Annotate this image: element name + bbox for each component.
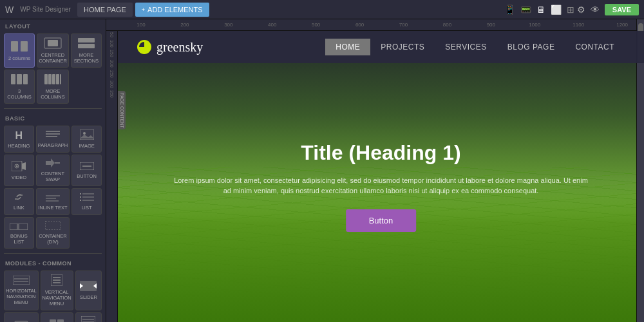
hero-text: Lorem ipsum dolor sit amet, consectetur … [171,175,592,196]
image-label: IMAGE [79,143,95,149]
more-sections-icon [77,37,95,51]
monitor-icon[interactable]: 🖥 [536,5,545,15]
centered-container-item[interactable]: CENTRED CONTAINER [37,33,69,68]
link-icon [12,193,26,204]
contact-form-icon [81,316,95,322]
ruler-top: 100 200 300 400 500 600 700 800 900 1000… [106,19,644,31]
more-sections-label: MORE SECTIONS [73,52,100,64]
carousel-icon [13,320,30,323]
basic-grid: H HEADING PARAGRAPH IMAGE VIDEO [0,124,106,251]
video-label: VIDEO [12,175,26,180]
horiz-nav-icon [13,276,30,287]
paragraph-item[interactable]: PARAGRAPH [36,126,70,153]
page-handle[interactable]: PAGE CONTENT [118,91,126,129]
hero-content: Title (Heading 1) Lorem ipsum dolor sit … [171,141,592,232]
inline-text-icon [46,193,60,204]
svg-marker-20 [22,162,26,170]
container-label: CONTAINER (DIV) [38,233,68,245]
content-swap-item[interactable]: CONTENT SWAP [36,155,70,186]
handle-label: PAGE CONTENT [120,93,124,128]
paragraph-icon [46,130,60,141]
svg-rect-8 [23,74,28,84]
bonus-list-label: BONUS LIST [6,233,32,245]
site-nav: greensky HOME PROJECTS SERVICES BLOG PAG… [118,31,644,63]
add-elements-tab[interactable]: + ADD ELEMENTS [135,3,209,17]
nav-contact[interactable]: CONTACT [565,39,625,55]
nav-services[interactable]: SERVICES [435,39,497,55]
top-bar: W WP Site Designer HOME PAGE + ADD ELEME… [0,0,644,19]
heading-item[interactable]: H HEADING [4,126,34,153]
logo-circle [137,40,151,54]
nav-projects[interactable]: PROJECTS [370,39,435,55]
basic-section-label: BASIC [0,111,106,124]
svg-rect-52 [50,319,56,323]
nav-home[interactable]: HOME [325,39,370,55]
vert-nav-item[interactable]: VERTICAL NAVIGATION MENU [41,270,73,310]
wp-icon: ⚙ [577,5,585,15]
paragraph-label: PARAGRAPH [38,142,68,148]
hero-button[interactable]: Button [346,209,417,232]
nav-links: HOME PROJECTS SERVICES BLOG PAGE CONTACT [325,39,625,55]
inline-text-item[interactable]: INLINE TEXT [36,188,70,215]
slider-item[interactable]: SLIDER [75,270,102,310]
app-title: WP Site Designer [20,6,71,13]
svg-rect-5 [78,44,95,48]
svg-rect-11 [52,74,55,84]
top-right-actions: ⚙ 👁 SAVE [577,4,639,15]
main-area: LAYOUT 2 columns CENTRED CONTAINER MORE … [0,19,644,322]
right-scrollbar[interactable] [636,19,644,322]
inline-text-label: INLINE TEXT [38,205,67,211]
layout-section-label: LAYOUT [0,19,106,32]
image-grid-icon [50,319,64,323]
site-logo: greensky [137,40,203,55]
2col-icon [10,41,28,54]
image-icon [80,129,94,142]
svg-rect-7 [17,74,22,84]
2-columns-item[interactable]: 2 columns [4,33,35,68]
mobile-icon[interactable]: 📱 [504,5,515,15]
heading-label: HEADING [8,143,30,149]
svg-rect-37 [19,223,28,230]
container-item[interactable]: CONTAINER (DIV) [36,217,70,249]
more-sections-item[interactable]: MORE SECTIONS [71,33,102,68]
vert-nav-label: VERTICAL NAVIGATION MENU [43,289,71,307]
video-icon [12,161,26,173]
logo-text: greensky [156,40,203,55]
plus-icon: + [142,6,145,13]
more-col-label: MORE COLUMNS [39,88,67,100]
3col-label: 3 COLUMNS [6,88,33,100]
link-item[interactable]: LINK [4,188,34,215]
button-item[interactable]: BUTTON [71,155,102,186]
svg-rect-36 [10,223,17,230]
website-preview: greensky HOME PROJECTS SERVICES BLOG PAG… [118,31,644,322]
2col-label: 2 columns [8,55,30,61]
svg-rect-12 [56,74,59,84]
nav-blog[interactable]: BLOG PAGE [497,39,565,55]
more-col-icon [44,73,62,87]
wide-icon[interactable]: ⬜ [551,5,562,15]
preview-icon[interactable]: 👁 [591,5,600,15]
save-button[interactable]: SAVE [605,4,639,15]
image-item[interactable]: IMAGE [71,126,102,153]
horiz-nav-item[interactable]: HORIZONTAL NAVIGATION MENU [4,270,39,310]
more-columns-item[interactable]: MORE COLUMNS [37,70,69,104]
video-item[interactable]: VIDEO [4,155,34,186]
carousel-item[interactable]: CAROUSEL [4,312,39,322]
svg-rect-39 [13,276,30,285]
horiz-nav-label: HORIZONTAL NAVIGATION MENU [6,288,37,305]
image-grid-item[interactable]: IMAGE GRID [41,312,73,322]
bonus-list-item[interactable]: BONUS LIST [4,217,34,249]
home-page-tab[interactable]: HOME PAGE [77,3,133,17]
heading-icon: H [15,130,23,142]
modules-section-label: MODULES - COMMON [0,256,106,269]
device-switcher: 📱 📟 🖥 ⬜ ⊞ [504,5,574,15]
svg-rect-3 [48,40,58,46]
contact-form-item[interactable]: CONTACT FORM [75,312,102,322]
tablet-icon[interactable]: 📟 [520,5,531,15]
3-columns-item[interactable]: 3 COLUMNS [4,70,35,104]
svg-rect-38 [45,221,61,230]
bonus-list-icon [10,222,28,232]
list-item-panel[interactable]: LIST [71,188,102,215]
list-icon [80,193,94,204]
grid-icon[interactable]: ⊞ [567,5,574,15]
